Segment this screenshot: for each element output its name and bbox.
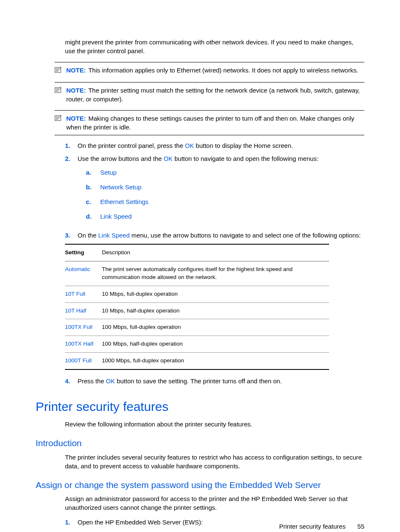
step-number: 1.: [65, 518, 78, 527]
substep-label: Link Speed: [100, 212, 132, 221]
note-text: This information applies only to Etherne…: [88, 67, 358, 74]
section-paragraph: Review the following information about t…: [65, 420, 364, 429]
inline-link: OK: [164, 155, 173, 162]
substep-item: c.Ethernet Settings: [86, 197, 364, 206]
table-row: 100TX Half100 Mbps, half-duplex operatio…: [65, 336, 329, 353]
step-item: 2. Use the arrow buttons and the OK butt…: [65, 154, 364, 227]
setting-desc: 10 Mbps, half-duplex operation: [102, 302, 329, 319]
substep-label: Network Setup: [100, 183, 141, 191]
note-label: NOTE:: [66, 67, 86, 74]
intro-paragraph: might prevent the printer from communica…: [65, 38, 364, 55]
note-icon: [55, 86, 64, 96]
substep-list: a.Setup b.Network Setup c.Ethernet Setti…: [86, 168, 364, 221]
section-paragraph: Assign an administrator password for acc…: [65, 494, 364, 512]
page-footer: Printer security features 55: [279, 522, 364, 531]
note-block: NOTE:Making changes to these settings ca…: [55, 110, 364, 135]
step-number: 3.: [65, 231, 78, 240]
table-row: 100TX Full100 Mbps, full-duplex operatio…: [65, 319, 329, 336]
table-row: 10T Full10 Mbps, full-duplex operation: [65, 286, 329, 302]
substep-label: Setup: [100, 168, 117, 177]
note-text: Making changes to these settings causes …: [66, 115, 354, 131]
setting-desc: The print server automatically configure…: [102, 261, 329, 286]
table-row: 1000T Full1000 Mbps, full-duplex operati…: [65, 353, 329, 369]
step-body: Press the OK button to save the setting.…: [78, 377, 364, 385]
inline-link: Link Speed: [98, 232, 130, 239]
setting-name: 10T Half: [65, 302, 102, 319]
section-heading: Printer security features: [36, 398, 364, 416]
setting-desc: 100 Mbps, half-duplex operation: [102, 336, 329, 353]
table-header-row: Setting Description: [65, 244, 329, 261]
substep-number: d.: [86, 212, 100, 221]
subsection-heading: Introduction: [36, 437, 364, 449]
step-number: 2.: [65, 154, 78, 227]
setting-desc: 100 Mbps, full-duplex operation: [102, 319, 329, 336]
step-list: 4. Press the OK button to save the setti…: [65, 377, 364, 385]
note-icon: [55, 114, 64, 124]
setting-name: Automatic: [65, 261, 102, 286]
note-body: NOTE:Making changes to these settings ca…: [66, 114, 364, 132]
step-item: 1. On the printer control panel, press t…: [65, 141, 364, 150]
step-body: On the printer control panel, press the …: [78, 141, 364, 150]
note-label: NOTE:: [66, 87, 86, 94]
step-item: 3. On the Link Speed menu, use the arrow…: [65, 231, 364, 240]
table-row: 10T Half10 Mbps, half-duplex operation: [65, 302, 329, 319]
column-header-description: Description: [102, 244, 329, 261]
setting-desc: 10 Mbps, full-duplex operation: [102, 286, 329, 302]
document-page: might prevent the printer from communica…: [0, 0, 400, 532]
setting-desc: 1000 Mbps, full-duplex operation: [102, 353, 329, 369]
substep-item: b.Network Setup: [86, 183, 364, 191]
page-number: 55: [357, 523, 364, 530]
step-body: On the Link Speed menu, use the arrow bu…: [78, 231, 364, 240]
step-number: 4.: [65, 377, 78, 385]
step-item: 4. Press the OK button to save the setti…: [65, 377, 364, 385]
substep-label: Ethernet Settings: [100, 197, 148, 206]
note-body: NOTE:This information applies only to Et…: [66, 66, 364, 75]
setting-name: 1000T Full: [65, 353, 102, 369]
settings-table: Setting Description AutomaticThe print s…: [65, 244, 329, 370]
column-header-setting: Setting: [65, 244, 102, 261]
setting-name: 100TX Half: [65, 336, 102, 353]
substep-item: a.Setup: [86, 168, 364, 177]
note-block: NOTE:The printer setting must match the …: [55, 82, 364, 103]
subsection-heading: Assign or change the system password usi…: [36, 479, 364, 491]
note-label: NOTE:: [66, 115, 86, 122]
substep-number: a.: [86, 168, 100, 177]
step-number: 1.: [65, 141, 78, 150]
setting-name: 100TX Full: [65, 319, 102, 336]
note-body: NOTE:The printer setting must match the …: [66, 86, 364, 103]
footer-title: Printer security features: [279, 523, 345, 530]
setting-name: 10T Full: [65, 286, 102, 302]
section-paragraph: The printer includes several security fe…: [65, 453, 364, 470]
inline-link: OK: [106, 377, 115, 385]
table-row: AutomaticThe print server automatically …: [65, 261, 329, 286]
substep-number: b.: [86, 183, 100, 191]
substep-item: d.Link Speed: [86, 212, 364, 221]
inline-link: OK: [185, 142, 194, 149]
note-icon: [55, 66, 64, 75]
note-text: The printer setting must match the setti…: [66, 87, 360, 103]
step-list: 1. On the printer control panel, press t…: [65, 141, 364, 240]
step-body: Use the arrow buttons and the OK button …: [78, 154, 364, 227]
substep-number: c.: [86, 197, 100, 206]
note-block: NOTE:This information applies only to Et…: [55, 62, 364, 75]
